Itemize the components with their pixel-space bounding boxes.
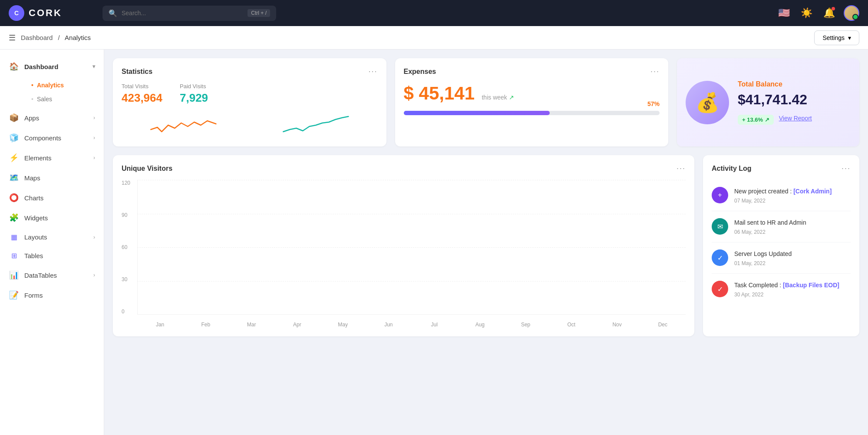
avatar[interactable] (844, 5, 859, 21)
notification-badge (832, 7, 835, 10)
sidebar-label-tables: Tables (24, 252, 43, 259)
activity-log-card: Activity Log ··· +New project created : … (703, 155, 859, 336)
sidebar-label-widgets: Widgets (24, 214, 48, 222)
theme-button[interactable]: ☀️ (799, 5, 814, 21)
search-bar[interactable]: 🔍 Ctrl + / (102, 6, 276, 21)
week-label: this week (482, 94, 507, 101)
x-label-aug: Aug (457, 322, 503, 328)
chevron-down-icon: ▾ (848, 34, 851, 41)
y-label-0: 0 (122, 309, 135, 315)
total-visits-value: 423,964 (122, 91, 162, 105)
y-label-60: 60 (122, 244, 135, 250)
sidebar-item-forms[interactable]: 📝 Forms (0, 285, 104, 305)
x-label-oct: Oct (548, 322, 594, 328)
breadcrumb-separator: / (58, 34, 60, 41)
expenses-menu[interactable]: ··· (650, 67, 660, 76)
sidebar-item-layouts[interactable]: ▦ Layouts › (0, 228, 104, 246)
logo-letter: C (14, 10, 19, 17)
paid-visits-value: 7,929 (180, 91, 208, 105)
statistics-title: Statistics (122, 68, 152, 76)
expenses-card: Expenses ··· $ 45,141 this week ↗ 57% (395, 58, 669, 146)
activity-text: Task Completed : [Backup Files EOD] (734, 281, 851, 290)
search-shortcut: Ctrl + / (248, 9, 270, 17)
activity-icon-teal: ✉ (712, 218, 728, 235)
sun-icon: ☀️ (801, 7, 812, 19)
maps-icon: 🗺️ (9, 173, 19, 183)
content: Statistics ··· Total Visits 423,964 Paid… (104, 50, 868, 435)
sidebar-label-apps: Apps (24, 114, 39, 122)
activity-log-header: Activity Log ··· (712, 164, 851, 173)
expenses-card-header: Expenses ··· (404, 67, 660, 76)
sidebar-item-datatables[interactable]: 📊 DataTables › (0, 265, 104, 285)
activity-content: Mail sent to HR and Admin06 May, 2022 (734, 218, 851, 235)
apps-icon: 📦 (9, 113, 19, 123)
settings-button[interactable]: Settings ▾ (814, 30, 859, 45)
chart-menu[interactable]: ··· (677, 164, 686, 173)
charts-icon: ⭕ (9, 193, 19, 203)
chevron-right-icon: › (93, 115, 95, 121)
chart-title: Unique Visitors (122, 165, 172, 173)
paid-visits-chart (254, 110, 378, 138)
statistics-card: Statistics ··· Total Visits 423,964 Paid… (113, 58, 386, 146)
sidebar-item-components[interactable]: 🧊 Components › (0, 128, 104, 148)
nav-right: 🇺🇸 ☀️ 🔔 (776, 5, 859, 21)
sidebar-label-forms: Forms (24, 292, 43, 299)
elements-icon: ⚡ (9, 153, 19, 163)
x-label-mar: Mar (229, 322, 274, 328)
flag-icon: 🇺🇸 (778, 7, 790, 19)
balance-badges: + 13.6% ↗ View Report (738, 115, 851, 125)
paid-visits-svg (254, 110, 378, 136)
search-icon: 🔍 (109, 9, 117, 17)
expenses-title: Expenses (404, 68, 436, 76)
breadcrumb-parent[interactable]: Dashboard (21, 34, 53, 41)
activity-log-menu[interactable]: ··· (842, 164, 851, 173)
sidebar-label-dashboard: Dashboard (24, 63, 58, 70)
x-label-may: May (320, 322, 366, 328)
search-input[interactable] (122, 10, 243, 17)
settings-label: Settings (822, 34, 845, 41)
chevron-right-icon: › (93, 234, 95, 240)
breadcrumb: Dashboard / Analytics (21, 34, 91, 41)
sidebar-item-maps[interactable]: 🗺️ Maps (0, 168, 104, 188)
x-label-jun: Jun (366, 322, 411, 328)
sidebar-item-charts[interactable]: ⭕ Charts (0, 188, 104, 208)
chevron-right-icon: › (93, 155, 95, 161)
sidebar-item-sales[interactable]: Sales (24, 92, 104, 106)
chart-bars-area (137, 180, 686, 315)
expense-week: this week ↗ (482, 94, 514, 101)
total-visits-chart (122, 110, 245, 138)
flag-button[interactable]: 🇺🇸 (776, 5, 792, 21)
components-icon: 🧊 (9, 133, 19, 143)
sidebar-item-elements[interactable]: ⚡ Elements › (0, 148, 104, 168)
logo-area: C CORK (9, 5, 96, 21)
sidebar-sub-label-analytics: Analytics (37, 82, 64, 89)
sidebar-item-tables[interactable]: ⊞ Tables (0, 246, 104, 265)
notification-button[interactable]: 🔔 (821, 5, 837, 21)
activity-link[interactable]: [Backup Files EOD] (783, 282, 839, 289)
statistics-menu[interactable]: ··· (368, 67, 377, 76)
y-label-120: 120 (122, 180, 135, 186)
chart-card: Unique Visitors ··· 120 90 60 30 0 (113, 155, 694, 336)
expense-amount-row: $ 45,141 this week ↗ (404, 83, 660, 104)
balance-amount: $41,741.42 (738, 92, 851, 108)
sidebar-item-analytics[interactable]: Analytics (24, 78, 104, 92)
sidebar-label-elements: Elements (24, 154, 52, 162)
activity-icon-blue: ✓ (712, 249, 728, 266)
chevron-right-icon: › (93, 135, 95, 141)
sidebar-item-widgets[interactable]: 🧩 Widgets (0, 208, 104, 228)
activity-date: 07 May, 2022 (734, 198, 851, 204)
activity-link[interactable]: [Cork Admin] (793, 188, 832, 195)
view-report-link[interactable]: View Report (779, 115, 812, 125)
activity-item: +New project created : [Cork Admin]07 Ma… (712, 180, 851, 211)
mini-charts (122, 110, 378, 138)
main-layout: 🏠 Dashboard ▾ Analytics Sales 📦 Apps › 🧊… (0, 50, 868, 435)
sidebar-item-apps[interactable]: 📦 Apps › (0, 108, 104, 128)
activity-icon-red: ✓ (712, 281, 728, 297)
sidebar-sub-dashboard: Analytics Sales (0, 76, 104, 108)
sidebar-item-dashboard[interactable]: 🏠 Dashboard ▾ (0, 56, 104, 76)
activity-content: Task Completed : [Backup Files EOD]30 Ap… (734, 281, 851, 298)
menu-icon[interactable]: ☰ (9, 33, 16, 43)
activity-date: 01 May, 2022 (734, 260, 851, 266)
sidebar-sub-label-sales: Sales (37, 96, 52, 103)
tables-icon: ⊞ (9, 252, 19, 260)
